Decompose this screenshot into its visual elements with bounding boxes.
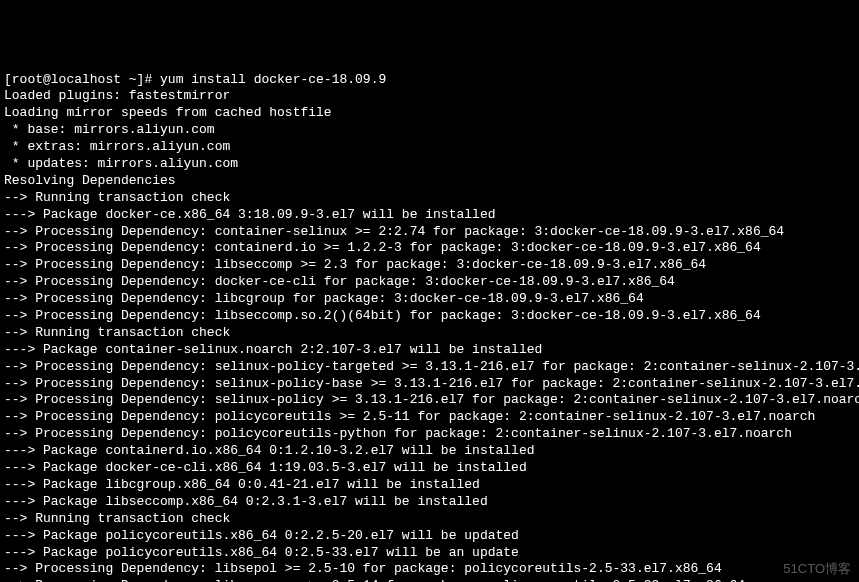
watermark-text: 51CTO博客 [783, 561, 851, 578]
terminal-line: --> Processing Dependency: selinux-polic… [4, 392, 855, 409]
terminal-line: --> Processing Dependency: docker-ce-cli… [4, 274, 855, 291]
terminal-line: Loaded plugins: fastestmirror [4, 88, 855, 105]
terminal-line: [root@localhost ~]# yum install docker-c… [4, 72, 855, 89]
terminal-line: --> Processing Dependency: selinux-polic… [4, 359, 855, 376]
terminal-line: --> Running transaction check [4, 190, 855, 207]
terminal-line: --> Processing Dependency: selinux-polic… [4, 376, 855, 393]
terminal-line: * updates: mirrors.aliyun.com [4, 156, 855, 173]
terminal-line: --> Processing Dependency: libsepol >= 2… [4, 561, 855, 578]
terminal-output[interactable]: [root@localhost ~]# yum install docker-c… [4, 72, 855, 582]
terminal-line: --> Processing Dependency: libsemanage >… [4, 578, 855, 582]
terminal-line: --> Running transaction check [4, 511, 855, 528]
terminal-line: --> Processing Dependency: container-sel… [4, 224, 855, 241]
terminal-line: * extras: mirrors.aliyun.com [4, 139, 855, 156]
terminal-line: ---> Package policycoreutils.x86_64 0:2.… [4, 528, 855, 545]
terminal-line: --> Processing Dependency: containerd.io… [4, 240, 855, 257]
terminal-line: --> Processing Dependency: libseccomp >=… [4, 257, 855, 274]
terminal-line: ---> Package docker-ce.x86_64 3:18.09.9-… [4, 207, 855, 224]
terminal-line: ---> Package container-selinux.noarch 2:… [4, 342, 855, 359]
terminal-line: --> Running transaction check [4, 325, 855, 342]
terminal-line: ---> Package libseccomp.x86_64 0:2.3.1-3… [4, 494, 855, 511]
terminal-line: ---> Package containerd.io.x86_64 0:1.2.… [4, 443, 855, 460]
terminal-line: ---> Package libcgroup.x86_64 0:0.41-21.… [4, 477, 855, 494]
terminal-line: ---> Package policycoreutils.x86_64 0:2.… [4, 545, 855, 562]
terminal-line: Resolving Dependencies [4, 173, 855, 190]
terminal-line: --> Processing Dependency: libcgroup for… [4, 291, 855, 308]
terminal-line: --> Processing Dependency: libseccomp.so… [4, 308, 855, 325]
terminal-line: --> Processing Dependency: policycoreuti… [4, 409, 855, 426]
terminal-line: * base: mirrors.aliyun.com [4, 122, 855, 139]
terminal-line: Loading mirror speeds from cached hostfi… [4, 105, 855, 122]
terminal-line: ---> Package docker-ce-cli.x86_64 1:19.0… [4, 460, 855, 477]
terminal-line: --> Processing Dependency: policycoreuti… [4, 426, 855, 443]
